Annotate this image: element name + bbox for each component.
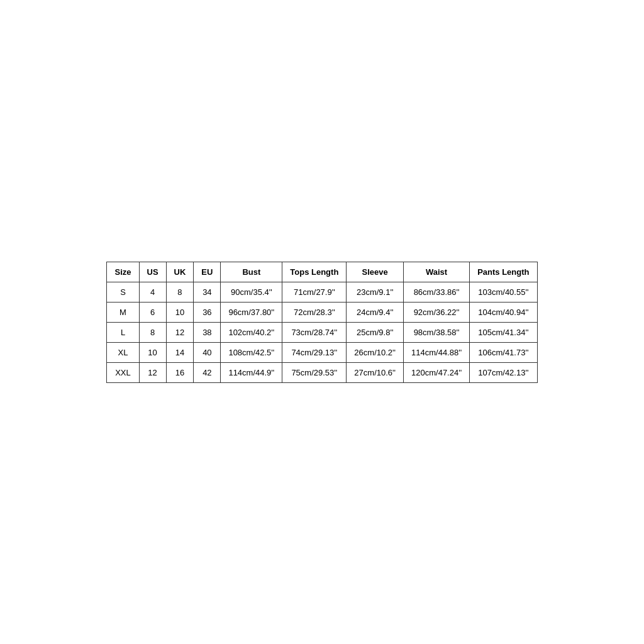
size-chart-container: Size US UK EU Bust Tops Length Sleeve Wa…	[106, 262, 537, 383]
table-row: L81238102cm/40.2''73cm/28.74''25cm/9.8''…	[107, 322, 537, 342]
cell-us: 8	[139, 322, 166, 342]
cell-size: L	[107, 322, 139, 342]
cell-pants_length: 103cm/40.55''	[470, 282, 537, 302]
table-header-row: Size US UK EU Bust Tops Length Sleeve Wa…	[107, 262, 537, 282]
cell-tops_length: 73cm/28.74''	[282, 322, 347, 342]
header-bust: Bust	[221, 262, 282, 282]
cell-us: 12	[139, 362, 166, 382]
cell-bust: 108cm/42.5''	[221, 342, 282, 362]
cell-uk: 12	[166, 322, 194, 342]
cell-eu: 34	[194, 282, 221, 302]
cell-uk: 10	[166, 302, 194, 322]
cell-pants_length: 105cm/41.34''	[470, 322, 537, 342]
cell-us: 4	[139, 282, 166, 302]
size-chart-table: Size US UK EU Bust Tops Length Sleeve Wa…	[106, 262, 537, 383]
cell-us: 6	[139, 302, 166, 322]
cell-size: XXL	[107, 362, 139, 382]
cell-sleeve: 25cm/9.8''	[347, 322, 404, 342]
header-us: US	[139, 262, 166, 282]
cell-size: XL	[107, 342, 139, 362]
table-row: XXL121642114cm/44.9''75cm/29.53''27cm/10…	[107, 362, 537, 382]
header-size: Size	[107, 262, 139, 282]
cell-waist: 92cm/36.22''	[404, 302, 470, 322]
cell-size: S	[107, 282, 139, 302]
cell-tops_length: 71cm/27.9''	[282, 282, 347, 302]
cell-eu: 42	[194, 362, 221, 382]
cell-waist: 120cm/47.24''	[404, 362, 470, 382]
table-row: M6103696cm/37.80''72cm/28.3''24cm/9.4''9…	[107, 302, 537, 322]
cell-size: M	[107, 302, 139, 322]
cell-bust: 114cm/44.9''	[221, 362, 282, 382]
cell-bust: 96cm/37.80''	[221, 302, 282, 322]
cell-tops_length: 72cm/28.3''	[282, 302, 347, 322]
cell-bust: 102cm/40.2''	[221, 322, 282, 342]
header-waist: Waist	[404, 262, 470, 282]
table-row: S483490cm/35.4''71cm/27.9''23cm/9.1''86c…	[107, 282, 537, 302]
table-row: XL101440108cm/42.5''74cm/29.13''26cm/10.…	[107, 342, 537, 362]
cell-tops_length: 74cm/29.13''	[282, 342, 347, 362]
cell-waist: 114cm/44.88''	[404, 342, 470, 362]
cell-eu: 40	[194, 342, 221, 362]
cell-pants_length: 104cm/40.94''	[470, 302, 537, 322]
cell-pants_length: 106cm/41.73''	[470, 342, 537, 362]
cell-us: 10	[139, 342, 166, 362]
cell-pants_length: 107cm/42.13''	[470, 362, 537, 382]
cell-bust: 90cm/35.4''	[221, 282, 282, 302]
cell-uk: 16	[166, 362, 194, 382]
header-pants-length: Pants Length	[470, 262, 537, 282]
cell-eu: 36	[194, 302, 221, 322]
cell-waist: 86cm/33.86''	[404, 282, 470, 302]
cell-sleeve: 26cm/10.2''	[347, 342, 404, 362]
header-tops-length: Tops Length	[282, 262, 347, 282]
header-uk: UK	[166, 262, 194, 282]
cell-waist: 98cm/38.58''	[404, 322, 470, 342]
cell-sleeve: 27cm/10.6''	[347, 362, 404, 382]
header-eu: EU	[194, 262, 221, 282]
cell-tops_length: 75cm/29.53''	[282, 362, 347, 382]
cell-uk: 8	[166, 282, 194, 302]
cell-sleeve: 24cm/9.4''	[347, 302, 404, 322]
cell-sleeve: 23cm/9.1''	[347, 282, 404, 302]
header-sleeve: Sleeve	[347, 262, 404, 282]
cell-eu: 38	[194, 322, 221, 342]
cell-uk: 14	[166, 342, 194, 362]
